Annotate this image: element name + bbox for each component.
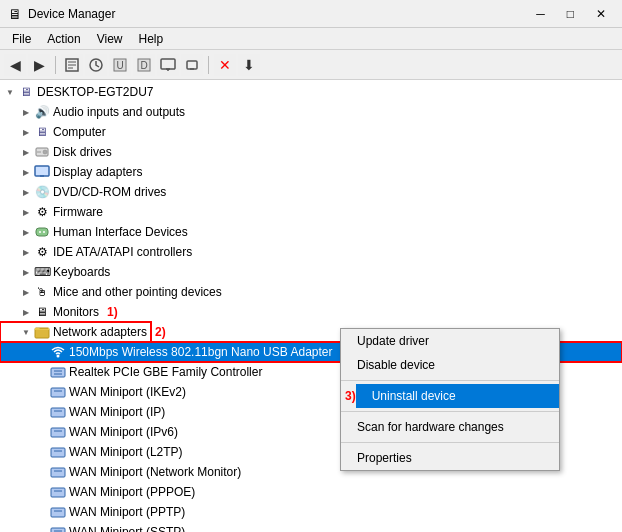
step3-label: 3) (341, 389, 356, 403)
kb-icon: ⌨ (34, 264, 50, 280)
menu-file[interactable]: File (4, 30, 39, 48)
hid-expand[interactable]: ▶ (18, 224, 34, 240)
menu-view[interactable]: View (89, 30, 131, 48)
menu-help[interactable]: Help (131, 30, 172, 48)
wan-l2tp-icon (50, 444, 66, 460)
toolbar-properties[interactable] (61, 54, 83, 76)
tree-wan-pppoe[interactable]: WAN Miniport (PPPOE) (0, 482, 622, 502)
wan-netmon-icon (50, 464, 66, 480)
ctx-properties[interactable]: Properties (341, 446, 559, 470)
svg-rect-19 (36, 228, 48, 236)
tree-mice[interactable]: ▶ 🖱 Mice and other pointing devices (0, 282, 622, 302)
firmware-expand[interactable]: ▶ (18, 204, 34, 220)
monitors-expand[interactable]: ▶ (18, 304, 34, 320)
computer-label: Computer (53, 125, 106, 139)
dvd-icon: 💿 (34, 184, 50, 200)
toolbar-display[interactable] (157, 54, 179, 76)
toolbar-sep1 (55, 56, 56, 74)
ctx-sep2 (341, 411, 559, 412)
ctx-sep3 (341, 442, 559, 443)
network-expand[interactable]: ▼ (18, 324, 34, 340)
wan-pppoe-label: WAN Miniport (PPPOE) (69, 485, 195, 499)
firmware-icon: ⚙ (34, 204, 50, 220)
toolbar-delete[interactable]: ✕ (214, 54, 236, 76)
toolbar-back[interactable]: ◀ (4, 54, 26, 76)
wan-sstp-label: WAN Miniport (SSTP) (69, 525, 185, 532)
wan-ip-label: WAN Miniport (IP) (69, 405, 165, 419)
hid-icon (34, 224, 50, 240)
dvd-label: DVD/CD-ROM drives (53, 185, 166, 199)
svg-text:U: U (116, 60, 123, 71)
ctx-disable-device[interactable]: Disable device (341, 353, 559, 377)
ide-expand[interactable]: ▶ (18, 244, 34, 260)
tree-keyboards[interactable]: ▶ ⌨ Keyboards (0, 262, 622, 282)
context-menu: Update driver Disable device 3) Uninstal… (340, 328, 560, 471)
audio-expand[interactable]: ▶ (18, 104, 34, 120)
toolbar-down[interactable]: ⬇ (238, 54, 260, 76)
tree-hid[interactable]: ▶ Human Interface Devices (0, 222, 622, 242)
tree-display[interactable]: ▶ Display adapters (0, 162, 622, 182)
svg-rect-39 (51, 508, 65, 517)
title-icon: 🖥 (8, 6, 22, 22)
tree-disk[interactable]: ▶ Disk drives (0, 142, 622, 162)
audio-label: Audio inputs and outputs (53, 105, 185, 119)
tree-audio[interactable]: ▶ 🔊 Audio inputs and outputs (0, 102, 622, 122)
tree-dvd[interactable]: ▶ 💿 DVD/CD-ROM drives (0, 182, 622, 202)
main-panel: ▼ 🖥 DESKTOP-EGT2DU7 ▶ 🔊 Audio inputs and… (0, 80, 622, 532)
toolbar-update[interactable]: U (109, 54, 131, 76)
tree-firmware[interactable]: ▶ ⚙ Firmware (0, 202, 622, 222)
realtek-icon (50, 364, 66, 380)
step1-label: 1) (107, 305, 118, 319)
title-text: Device Manager (28, 7, 115, 21)
network-label: Network adapters (53, 325, 147, 339)
wan-ipv6-icon (50, 424, 66, 440)
svg-rect-31 (51, 428, 65, 437)
computer-expand[interactable]: ▶ (18, 124, 34, 140)
minimize-btn[interactable]: ─ (528, 7, 553, 21)
menu-action[interactable]: Action (39, 30, 88, 48)
toolbar-scan[interactable] (85, 54, 107, 76)
ctx-uninstall-device[interactable]: Uninstall device (356, 384, 559, 408)
close-btn[interactable]: ✕ (588, 7, 614, 21)
mice-expand[interactable]: ▶ (18, 284, 34, 300)
ctx-update-driver[interactable]: Update driver (341, 329, 559, 353)
ctx-scan-hardware[interactable]: Scan for hardware changes (341, 415, 559, 439)
svg-rect-24 (51, 368, 65, 377)
realtek-label: Realtek PCIe GBE Family Controller (69, 365, 262, 379)
tree-wan-pptp[interactable]: WAN Miniport (PPTP) (0, 502, 622, 522)
toolbar-device[interactable] (181, 54, 203, 76)
svg-rect-37 (51, 488, 65, 497)
ide-icon: ⚙ (34, 244, 50, 260)
tree-network-adapters[interactable]: ▼ Network adapters (0, 322, 151, 342)
network-icon (34, 324, 50, 340)
firmware-label: Firmware (53, 205, 103, 219)
wan-ikev2-icon (50, 384, 66, 400)
ctx-uninstall-row: 3) Uninstall device (341, 384, 559, 408)
wan-netmon-label: WAN Miniport (Network Monitor) (69, 465, 241, 479)
tree-monitors[interactable]: ▶ 🖥 Monitors (0, 302, 103, 322)
svg-point-21 (43, 231, 45, 233)
wan-sstp-icon (50, 524, 66, 532)
wan-pppoe-icon (50, 484, 66, 500)
kb-expand[interactable]: ▶ (18, 264, 34, 280)
svg-rect-35 (51, 468, 65, 477)
disk-expand[interactable]: ▶ (18, 144, 34, 160)
tree-root[interactable]: ▼ 🖥 DESKTOP-EGT2DU7 (0, 82, 622, 102)
toolbar-forward[interactable]: ▶ (28, 54, 50, 76)
tree-wan-sstp[interactable]: WAN Miniport (SSTP) (0, 522, 622, 532)
disk-icon (34, 144, 50, 160)
toolbar-sep2 (208, 56, 209, 74)
maximize-btn[interactable]: □ (559, 7, 582, 21)
tree-computer[interactable]: ▶ 🖥 Computer (0, 122, 622, 142)
mice-label: Mice and other pointing devices (53, 285, 222, 299)
toolbar-enable-disable[interactable]: D (133, 54, 155, 76)
wan-l2tp-label: WAN Miniport (L2TP) (69, 445, 183, 459)
menu-bar: File Action View Help (0, 28, 622, 50)
tree-ide[interactable]: ▶ ⚙ IDE ATA/ATAPI controllers (0, 242, 622, 262)
display-expand[interactable]: ▶ (18, 164, 34, 180)
root-expand[interactable]: ▼ (2, 84, 18, 100)
svg-rect-27 (51, 388, 65, 397)
display-icon (34, 164, 50, 180)
svg-rect-29 (51, 408, 65, 417)
dvd-expand[interactable]: ▶ (18, 184, 34, 200)
